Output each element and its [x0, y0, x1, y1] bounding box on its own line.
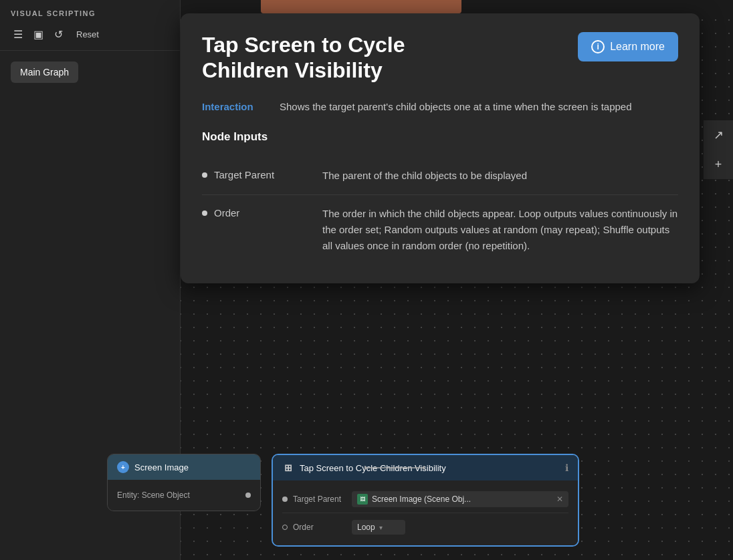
order-dot — [282, 525, 288, 530]
target-parent-row: Target Parent 🖼 Screen Image (Scene Obj.… — [282, 487, 568, 513]
learn-more-label: Learn more — [610, 41, 665, 53]
reset-button[interactable]: Reset — [71, 27, 104, 42]
tap-cycle-title: Tap Screen to Cycle Children Visibility — [300, 463, 560, 473]
sidebar-title: VISUAL SCRIPTING — [11, 9, 169, 17]
interaction-desc: Shows the target parent's child objects … — [280, 100, 632, 115]
main-graph-chip[interactable]: Main Graph — [11, 61, 78, 83]
order-label: Order — [293, 523, 346, 532]
popup-title: Tap Screen to Cycle Children Visibility — [202, 32, 496, 84]
tap-cycle-header: ⊞ Tap Screen to Cycle Children Visibilit… — [273, 455, 578, 480]
input-desc-order: The order in which the child objects app… — [322, 206, 678, 254]
input-item-order: Order The order in which the child objec… — [202, 194, 678, 265]
screen-image-body: Entity: Scene Object — [108, 480, 260, 511]
tap-cycle-info-icon[interactable]: ℹ — [565, 462, 568, 473]
input-name-order: Order — [214, 207, 239, 219]
screen-image-icon: + — [117, 461, 129, 473]
profile-image-hint — [261, 0, 461, 13]
input-desc-target: The parent of the child objects to be di… — [322, 168, 678, 184]
right-buttons: ↗ + — [704, 120, 733, 179]
target-parent-close[interactable]: ✕ — [556, 495, 563, 504]
order-row: Order Loop ▾ — [282, 516, 568, 539]
learn-more-button[interactable]: i Learn more — [578, 32, 678, 61]
target-parent-dot — [282, 497, 288, 502]
layout-button[interactable]: ▣ — [31, 25, 46, 43]
refresh-button[interactable]: ↺ — [51, 25, 66, 43]
entity-right-dot — [245, 493, 251, 498]
scene-icon: 🖼 — [357, 494, 368, 505]
screen-image-title: Screen Image — [134, 462, 251, 472]
tap-cycle-body: Target Parent 🖼 Screen Image (Scene Obj.… — [273, 480, 578, 545]
external-link-button[interactable]: ↗ — [704, 120, 733, 150]
popup-top: Tap Screen to Cycle Children Visibility … — [202, 32, 678, 84]
order-dropdown[interactable]: Loop ▾ — [352, 520, 405, 535]
target-parent-label: Target Parent — [293, 495, 346, 504]
input-bullet-target — [202, 172, 207, 178]
target-parent-value: 🖼 Screen Image (Scene Obj... ✕ — [352, 491, 568, 507]
screen-image-node[interactable]: + Screen Image Entity: Scene Object — [107, 454, 261, 511]
screen-image-entity-row: Entity: Scene Object — [117, 486, 251, 504]
input-name-target: Target Parent — [214, 169, 274, 180]
input-left-target: Target Parent — [202, 168, 309, 184]
screen-image-header: + Screen Image — [108, 454, 260, 480]
target-parent-value-text: Screen Image (Scene Obj... — [372, 495, 471, 504]
tap-cycle-node[interactable]: ⊞ Tap Screen to Cycle Children Visibilit… — [272, 454, 579, 547]
popup-modal: Tap Screen to Cycle Children Visibility … — [181, 13, 700, 283]
input-item-target-parent: Target Parent The parent of the child ob… — [202, 157, 678, 194]
input-bullet-order — [202, 211, 207, 216]
entity-row-label: Entity: Scene Object — [117, 491, 190, 500]
order-value-text: Loop — [357, 523, 375, 532]
input-left-order: Order — [202, 206, 309, 254]
chevron-down-icon: ▾ — [379, 524, 383, 531]
interaction-row: Interaction Shows the target parent's ch… — [202, 100, 678, 115]
add-button[interactable]: + — [704, 150, 733, 179]
info-circle-icon: i — [591, 40, 605, 53]
menu-button[interactable]: ☰ — [11, 25, 25, 43]
node-inputs-title: Node Inputs — [202, 130, 678, 144]
tap-cycle-icon: ⊞ — [282, 462, 294, 474]
sidebar-header: VISUAL SCRIPTING ☰ ▣ ↺ Reset — [0, 0, 180, 51]
nodes-area: + Screen Image Entity: Scene Object ⊞ Ta… — [107, 454, 579, 547]
interaction-label: Interaction — [202, 100, 269, 115]
sidebar-toolbar: ☰ ▣ ↺ Reset — [11, 25, 169, 43]
